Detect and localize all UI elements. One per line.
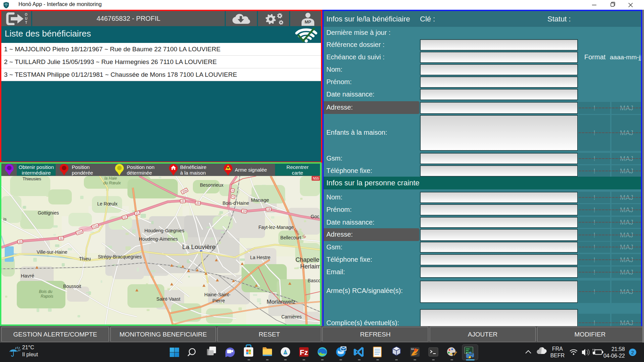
svg-text:BEFR: BEFR — [550, 353, 565, 358]
svg-text:N55: N55 — [313, 177, 319, 180]
svg-text:la Haie: la Haie — [104, 176, 117, 181]
svg-text:Thieusies: Thieusies — [22, 176, 41, 181]
svg-text:Gottignies: Gottignies — [38, 210, 59, 216]
svg-text:Saint-Vaast: Saint-Vaast — [156, 296, 180, 302]
svg-text:Strépy-Bracquegnies: Strépy-Bracquegnies — [98, 254, 142, 259]
svg-text:20: 20 — [181, 199, 184, 203]
svg-text:Thieu: Thieu — [79, 256, 91, 261]
svg-text:Rapois: Rapois — [41, 294, 53, 299]
svg-text:Boussoit: Boussoit — [63, 284, 81, 289]
svg-text:Ville-sur-Haine: Ville-sur-Haine — [37, 249, 67, 255]
svg-text:Bascou: Bascou — [308, 278, 320, 283]
svg-text:O: O — [25, 13, 28, 16]
svg-text:Houdeng-Gœgnies: Houdeng-Gœgnies — [144, 228, 184, 233]
svg-text:22: 22 — [18, 240, 22, 244]
svg-text:Bellecourt: Bellecourt — [280, 235, 301, 240]
svg-text:La Louvière: La Louvière — [182, 243, 215, 250]
svg-text:Haine-Saint-: Haine-Saint- — [204, 292, 230, 297]
svg-text:Le Rœulx: Le Rœulx — [97, 201, 118, 206]
svg-text:MP: MP — [305, 19, 311, 24]
svg-text:Fayt-lez-Manage: Fayt-lez-Manage — [258, 225, 293, 230]
svg-text:20: 20 — [196, 201, 200, 205]
svg-text:T: T — [25, 21, 27, 24]
svg-text:04-06-22: 04-06-22 — [603, 353, 625, 359]
svg-text:Bois du: Bois du — [39, 289, 52, 294]
svg-text:Pierre: Pierre — [212, 298, 225, 303]
svg-text:Besonrieux: Besonrieux — [200, 182, 223, 188]
svg-text:19: 19 — [267, 207, 270, 211]
svg-text:Havré: Havré — [21, 273, 34, 279]
svg-text:22: 22 — [59, 237, 63, 240]
svg-text:FRA: FRA — [552, 346, 563, 352]
svg-text:Houdeng-Aimeries: Houdeng-Aimeries — [139, 236, 178, 242]
svg-text:Carnières: Carnières — [281, 314, 302, 319]
svg-text:2: 2 — [631, 350, 634, 355]
svg-text:Bois-d'Haine: Bois-d'Haine — [223, 200, 249, 206]
svg-text:La Hestre: La Hestre — [250, 255, 271, 260]
svg-text:21:58: 21:58 — [611, 346, 625, 352]
svg-text:19: 19 — [243, 209, 246, 213]
svg-text:Manage: Manage — [251, 197, 269, 203]
svg-text:du Rœulx: du Rœulx — [103, 181, 121, 185]
svg-text:Goc: Goc — [311, 214, 319, 219]
svg-text:U: U — [25, 17, 27, 20]
svg-text:Herlaim: Herlaim — [300, 263, 320, 270]
svg-text:64: 64 — [411, 348, 414, 350]
svg-text:is: is — [3, 217, 7, 222]
svg-text:Fz: Fz — [300, 348, 308, 357]
svg-text:Chapelle: Chapelle — [296, 256, 319, 263]
svg-text:Morlanwelz: Morlanwelz — [267, 299, 296, 305]
